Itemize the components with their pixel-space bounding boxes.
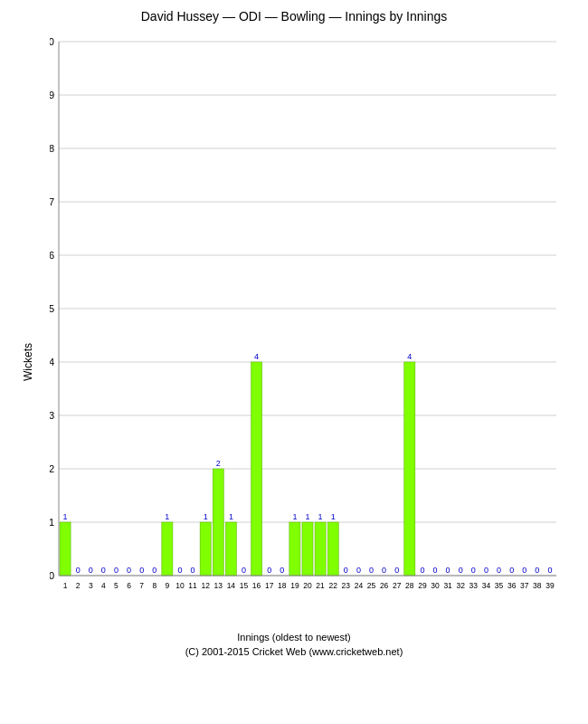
svg-text:1: 1 <box>318 512 323 521</box>
svg-text:1: 1 <box>331 512 336 521</box>
svg-text:39: 39 <box>545 581 555 590</box>
svg-text:1: 1 <box>50 517 54 528</box>
svg-text:0: 0 <box>369 566 374 575</box>
svg-text:1: 1 <box>165 512 169 521</box>
svg-text:0: 0 <box>382 566 386 575</box>
svg-text:36: 36 <box>507 581 517 590</box>
y-axis-label: Wickets <box>22 343 34 381</box>
svg-rect-22 <box>60 522 71 576</box>
svg-text:4: 4 <box>50 357 54 367</box>
svg-text:13: 13 <box>214 581 223 590</box>
svg-text:37: 37 <box>520 581 529 590</box>
svg-text:0: 0 <box>127 566 131 575</box>
svg-text:0: 0 <box>242 566 246 575</box>
chart-area: 0123456789101102030405060708190100111122… <box>50 33 570 630</box>
svg-text:0: 0 <box>50 570 54 581</box>
svg-text:4: 4 <box>254 352 259 361</box>
svg-text:0: 0 <box>344 566 348 575</box>
svg-text:9: 9 <box>166 581 170 590</box>
svg-text:0: 0 <box>76 566 81 575</box>
svg-text:0: 0 <box>420 566 424 575</box>
svg-text:4: 4 <box>101 581 106 590</box>
svg-text:0: 0 <box>89 566 93 575</box>
svg-text:9: 9 <box>50 90 54 100</box>
svg-text:10: 10 <box>175 581 185 590</box>
svg-text:0: 0 <box>152 566 156 575</box>
svg-text:3: 3 <box>89 581 93 590</box>
svg-text:5: 5 <box>114 581 119 590</box>
svg-rect-57 <box>251 362 262 576</box>
svg-text:32: 32 <box>456 581 465 590</box>
svg-text:29: 29 <box>418 581 427 590</box>
svg-text:1: 1 <box>63 512 68 521</box>
svg-rect-46 <box>200 522 211 576</box>
x-axis-label: Innings (oldest to newest) <box>0 632 588 643</box>
svg-rect-39 <box>162 522 173 576</box>
svg-text:0: 0 <box>267 566 271 575</box>
svg-text:34: 34 <box>482 581 491 590</box>
svg-text:2: 2 <box>76 581 81 590</box>
svg-text:8: 8 <box>152 581 156 590</box>
svg-text:0: 0 <box>101 566 106 575</box>
svg-text:27: 27 <box>393 581 402 590</box>
svg-text:7: 7 <box>50 196 54 207</box>
chart-svg: 0123456789101102030405060708190100111122… <box>50 33 570 630</box>
svg-text:0: 0 <box>114 566 119 575</box>
svg-text:0: 0 <box>280 566 284 575</box>
svg-text:0: 0 <box>139 566 144 575</box>
svg-text:1: 1 <box>204 512 208 521</box>
svg-text:14: 14 <box>227 581 236 590</box>
copyright-text: (C) 2001-2015 Cricket Web (www.cricketwe… <box>0 646 588 657</box>
svg-text:0: 0 <box>191 566 195 575</box>
svg-text:30: 30 <box>431 581 440 590</box>
svg-text:0: 0 <box>509 566 514 575</box>
svg-text:0: 0 <box>535 566 539 575</box>
svg-text:38: 38 <box>533 581 542 590</box>
svg-text:16: 16 <box>252 581 261 590</box>
svg-text:20: 20 <box>303 581 312 590</box>
svg-text:10: 10 <box>50 36 54 47</box>
svg-text:28: 28 <box>405 581 414 590</box>
svg-text:0: 0 <box>446 566 450 575</box>
svg-text:15: 15 <box>240 581 249 590</box>
svg-text:0: 0 <box>394 566 399 575</box>
chart-container: David Hussey — ODI — Bowling — Innings b… <box>0 0 588 724</box>
chart-title: David Hussey — ODI — Bowling — Innings b… <box>0 0 588 28</box>
svg-rect-52 <box>225 522 236 576</box>
svg-text:5: 5 <box>50 303 54 314</box>
svg-text:11: 11 <box>188 581 197 590</box>
svg-text:0: 0 <box>433 566 438 575</box>
svg-text:6: 6 <box>50 250 54 261</box>
svg-rect-86 <box>404 362 415 576</box>
svg-text:2: 2 <box>50 463 54 474</box>
svg-text:2: 2 <box>216 459 221 468</box>
svg-text:7: 7 <box>139 581 144 590</box>
svg-text:26: 26 <box>380 581 389 590</box>
svg-rect-64 <box>289 522 300 576</box>
svg-rect-67 <box>302 522 313 576</box>
svg-text:12: 12 <box>201 581 210 590</box>
svg-text:17: 17 <box>265 581 274 590</box>
svg-text:31: 31 <box>443 581 452 590</box>
svg-text:1: 1 <box>229 512 233 521</box>
svg-rect-73 <box>327 522 338 576</box>
svg-text:19: 19 <box>290 581 299 590</box>
svg-text:23: 23 <box>342 581 351 590</box>
svg-text:21: 21 <box>316 581 325 590</box>
svg-rect-70 <box>315 522 326 576</box>
svg-text:18: 18 <box>278 581 287 590</box>
svg-text:0: 0 <box>497 566 501 575</box>
svg-text:8: 8 <box>50 143 54 154</box>
svg-text:25: 25 <box>367 581 376 590</box>
svg-rect-49 <box>213 469 223 576</box>
svg-text:1: 1 <box>305 512 309 521</box>
svg-text:0: 0 <box>459 566 463 575</box>
svg-text:24: 24 <box>355 581 364 590</box>
svg-text:0: 0 <box>177 566 182 575</box>
svg-text:0: 0 <box>471 566 476 575</box>
svg-text:4: 4 <box>407 352 412 361</box>
svg-text:1: 1 <box>292 512 297 521</box>
svg-text:0: 0 <box>484 566 488 575</box>
svg-text:0: 0 <box>356 566 361 575</box>
svg-text:0: 0 <box>547 566 552 575</box>
